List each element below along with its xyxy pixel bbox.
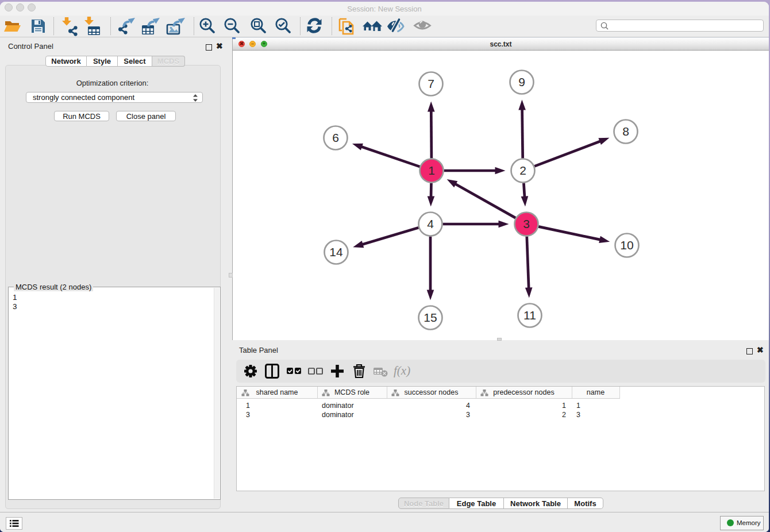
svg-text:8: 8 [622, 125, 629, 138]
svg-text:14: 14 [329, 245, 343, 259]
svg-text:15: 15 [424, 311, 437, 324]
svg-text:3: 3 [523, 217, 530, 230]
svg-text:6: 6 [332, 131, 339, 144]
svg-text:7: 7 [428, 77, 434, 90]
svg-text:1: 1 [428, 164, 435, 177]
svg-text:2: 2 [519, 164, 526, 177]
svg-text:11: 11 [523, 309, 536, 322]
svg-text:4: 4 [427, 217, 434, 230]
svg-text:10: 10 [620, 238, 633, 252]
svg-text:9: 9 [518, 75, 525, 88]
